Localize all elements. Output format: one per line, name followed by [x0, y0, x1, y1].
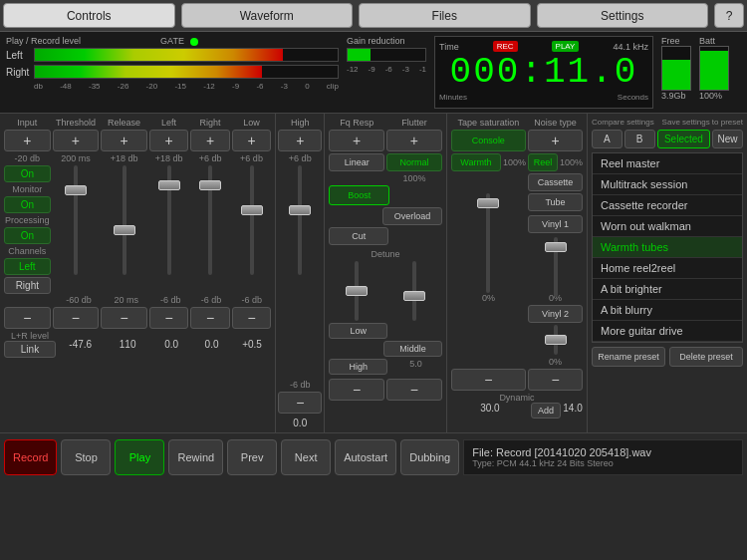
input-minus-btn[interactable]: −	[4, 307, 51, 329]
tape-minus-btn[interactable]: −	[451, 369, 526, 391]
tab-waveform[interactable]: Waveform	[181, 3, 354, 28]
preset-a-btn[interactable]: A	[592, 130, 622, 148]
left-handle[interactable]	[158, 180, 180, 190]
right-minus-btn[interactable]: −	[190, 307, 229, 329]
warmth-reel-row: Warmth 100% Reel 100%	[451, 153, 583, 171]
noise-btns-col: Tube Vinyl 1	[528, 193, 583, 293]
detune-high-btn[interactable]: High	[329, 359, 387, 375]
preset-item-6[interactable]: A bit brighter	[593, 279, 742, 300]
monitor-on-btn[interactable]: On	[4, 196, 51, 213]
high-fader[interactable]	[278, 165, 322, 380]
play-btn[interactable]: Play	[115, 439, 164, 475]
fq-fader-area[interactable]	[329, 261, 384, 321]
left-plus-btn[interactable]: +	[149, 130, 188, 151]
preset-item-7[interactable]: A bit blurry	[593, 300, 742, 321]
low-plus-btn[interactable]: +	[232, 130, 271, 151]
delete-preset-btn[interactable]: Delete preset	[669, 347, 743, 367]
tab-controls[interactable]: Controls	[3, 3, 175, 28]
preset-selected-btn[interactable]: Selected	[657, 130, 711, 148]
fq-minus-btn[interactable]: −	[329, 379, 384, 401]
autostart-btn[interactable]: Autostart	[335, 439, 396, 475]
left-minus-btn[interactable]: −	[149, 307, 188, 329]
add-btn[interactable]: Add	[531, 403, 561, 419]
next-btn[interactable]: Next	[281, 439, 331, 475]
rename-preset-btn[interactable]: Rename preset	[592, 347, 665, 367]
preset-item-1[interactable]: Multitrack session	[593, 174, 742, 195]
right-handle[interactable]	[199, 180, 221, 190]
preset-item-3[interactable]: Worn out walkman	[593, 216, 742, 237]
threshold-fader[interactable]	[53, 165, 100, 295]
vinyl3-fader[interactable]	[544, 325, 568, 355]
vinyl2-btn[interactable]: Vinyl 2	[528, 305, 583, 323]
release-minus-btn[interactable]: −	[101, 307, 147, 329]
tab-files[interactable]: Files	[359, 3, 531, 28]
threshold-plus-btn[interactable]: +	[53, 130, 100, 151]
right-plus-btn[interactable]: +	[190, 130, 229, 151]
stop-btn[interactable]: Stop	[61, 439, 111, 475]
high-handle[interactable]	[289, 205, 311, 215]
noise-minus-btn[interactable]: −	[528, 369, 583, 391]
threshold-handle[interactable]	[65, 185, 87, 195]
detune-middle-btn[interactable]: Middle	[383, 341, 442, 357]
linear-btn[interactable]: Linear	[329, 153, 384, 171]
left-fader[interactable]	[149, 165, 188, 295]
vinyl3-val: 0%	[528, 357, 583, 367]
play-badge: PLAY	[552, 41, 580, 52]
preset-item-4[interactable]: Warmth tubes	[593, 237, 742, 258]
channels-right-btn[interactable]: Right	[4, 277, 51, 294]
sat-val: 0%	[451, 293, 526, 303]
console-btn[interactable]: Console	[451, 130, 526, 151]
release-fader[interactable]	[101, 165, 147, 295]
rewind-btn[interactable]: Rewind	[168, 439, 223, 475]
preset-item-5[interactable]: Home reel2reel	[593, 258, 742, 279]
normal-btn[interactable]: Normal	[386, 153, 442, 171]
low-minus-btn[interactable]: −	[232, 307, 271, 329]
vinyl1-btn[interactable]: Vinyl 1	[528, 215, 583, 233]
fq-plus-btn[interactable]: +	[329, 130, 384, 151]
warmth-btn[interactable]: Warmth	[451, 153, 501, 171]
link-btn[interactable]: Link	[4, 341, 56, 358]
low-handle[interactable]	[241, 205, 263, 215]
detune-low-btn[interactable]: Low	[329, 323, 387, 339]
overload-btn[interactable]: Overload	[382, 207, 442, 225]
vinyl3-handle[interactable]	[545, 335, 567, 345]
noise-fader-area[interactable]	[528, 237, 583, 297]
tab-settings[interactable]: Settings	[537, 3, 709, 28]
high-minus-btn[interactable]: −	[278, 392, 322, 414]
flutter-plus-btn[interactable]: +	[386, 130, 442, 151]
tape-sat-fader[interactable]	[451, 193, 526, 293]
cut-btn[interactable]: Cut	[329, 227, 388, 245]
channels-left-btn[interactable]: Left	[4, 258, 51, 275]
fq-fader-handle[interactable]	[346, 286, 368, 296]
preset-b-btn[interactable]: B	[624, 130, 655, 148]
help-button[interactable]: ?	[714, 3, 744, 28]
input-on-btn[interactable]: On	[4, 165, 51, 182]
noise-fader-handle[interactable]	[545, 242, 567, 252]
prev-btn[interactable]: Prev	[227, 439, 277, 475]
release-plus-btn[interactable]: +	[101, 130, 147, 151]
meters-section: Play / Record level GATE Left Right db -…	[0, 32, 747, 114]
noise-plus-btn[interactable]: +	[528, 130, 583, 151]
reel-btn[interactable]: Reel	[528, 153, 558, 171]
input-plus-btn[interactable]: +	[4, 130, 51, 151]
high-plus-btn[interactable]: +	[278, 130, 322, 151]
preset-item-8[interactable]: More guitar drive	[593, 321, 742, 342]
record-btn[interactable]: Record	[4, 439, 57, 475]
flutter-pct: 100%	[386, 173, 442, 183]
right-fader[interactable]	[190, 165, 229, 295]
preset-item-2[interactable]: Cassette recorder	[593, 195, 742, 216]
threshold-minus-btn[interactable]: −	[53, 307, 100, 329]
cassette-btn[interactable]: Cassette	[528, 173, 583, 191]
flutter-minus-btn[interactable]: −	[386, 379, 442, 401]
boost-btn[interactable]: Boost	[329, 185, 389, 205]
tape-sat-handle[interactable]	[477, 198, 499, 208]
processing-on-btn[interactable]: On	[4, 227, 51, 244]
flutter-fader-handle[interactable]	[403, 291, 425, 301]
flutter-fader-area[interactable]	[386, 261, 442, 321]
dubbing-btn[interactable]: Dubbing	[400, 439, 459, 475]
low-fader[interactable]	[232, 165, 271, 295]
preset-new-btn[interactable]: New	[712, 130, 743, 148]
preset-item-0[interactable]: Reel master	[593, 153, 742, 174]
tube-btn[interactable]: Tube	[528, 193, 583, 211]
release-handle[interactable]	[114, 225, 135, 235]
